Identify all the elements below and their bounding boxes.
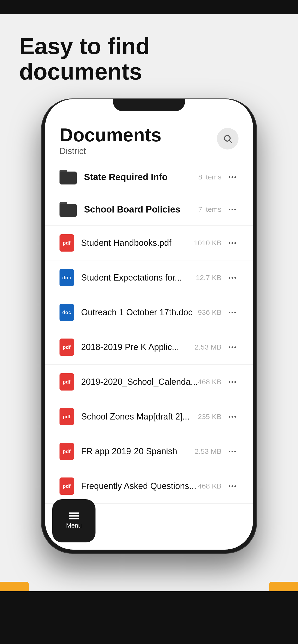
pdf-icon: pdf bbox=[60, 234, 74, 252]
item-meta: 8 items bbox=[198, 173, 221, 181]
dot bbox=[234, 486, 236, 487]
dot bbox=[229, 451, 230, 452]
item-meta: 12.7 KB bbox=[196, 274, 221, 282]
more-button[interactable] bbox=[226, 414, 238, 420]
dot bbox=[229, 346, 230, 348]
item-meta: 235 KB bbox=[198, 412, 221, 421]
dot bbox=[232, 312, 233, 314]
list-item[interactable]: pdf 2018-2019 Pre K Applic... 2.53 MB bbox=[45, 330, 253, 365]
dot bbox=[232, 277, 233, 279]
item-name: Student Expectations for... bbox=[81, 273, 196, 283]
list-item[interactable]: pdf Student Handbooks.pdf 1010 KB bbox=[45, 226, 253, 260]
menu-label: Menu bbox=[66, 522, 82, 529]
document-header: Documents District bbox=[45, 114, 253, 161]
item-name: Student Handbooks.pdf bbox=[81, 238, 194, 248]
more-button[interactable] bbox=[226, 240, 238, 246]
item-name: Outreach 1 October 17th.doc bbox=[81, 308, 198, 318]
dot bbox=[232, 176, 233, 178]
dot bbox=[234, 242, 236, 244]
pdf-icon: pdf bbox=[60, 338, 74, 356]
dot bbox=[234, 381, 236, 383]
doc-title: Documents bbox=[60, 126, 162, 144]
item-name: School Board Policies bbox=[84, 204, 198, 215]
dot bbox=[234, 209, 236, 210]
dot bbox=[234, 277, 236, 279]
dot bbox=[229, 176, 230, 178]
more-button[interactable] bbox=[226, 309, 238, 316]
item-meta: 936 KB bbox=[198, 308, 221, 316]
top-bar bbox=[0, 0, 298, 14]
dot bbox=[232, 381, 233, 383]
more-button[interactable] bbox=[226, 379, 238, 385]
dot bbox=[234, 451, 236, 452]
list-item[interactable]: pdf Frequently Asked Questions... 468 KB bbox=[45, 469, 253, 504]
dot bbox=[229, 242, 230, 244]
dot bbox=[229, 209, 230, 210]
phone-notch bbox=[113, 99, 185, 111]
item-name: School Zones Map[draft 2]... bbox=[81, 412, 198, 422]
dot bbox=[232, 242, 233, 244]
list-item[interactable]: pdf 2019-2020_School_Calenda... 468 KB bbox=[45, 365, 253, 400]
dot bbox=[234, 416, 236, 418]
pdf-icon: pdf bbox=[60, 443, 74, 460]
phone-frame: Documents District bbox=[41, 98, 257, 554]
pdf-icon: pdf bbox=[60, 478, 74, 495]
page-background: Easy to find documents Documents Distric… bbox=[0, 14, 298, 644]
title-group: Documents District bbox=[60, 126, 162, 156]
dot bbox=[232, 416, 233, 418]
list-item[interactable]: pdf FR app 2019-20 Spanish 2.53 MB bbox=[45, 434, 253, 469]
item-meta: 2.53 MB bbox=[195, 343, 221, 351]
doc-icon: doc bbox=[60, 304, 74, 321]
more-button[interactable] bbox=[226, 448, 238, 455]
pdf-icon: pdf bbox=[60, 408, 74, 425]
item-meta: 2.53 MB bbox=[195, 447, 221, 456]
list-item[interactable]: School Board Policies 7 items bbox=[45, 193, 253, 226]
dot bbox=[232, 209, 233, 210]
dot bbox=[232, 346, 233, 348]
list-item[interactable]: doc Outreach 1 October 17th.doc 936 KB bbox=[45, 295, 253, 330]
more-button[interactable] bbox=[226, 344, 238, 350]
folder-icon bbox=[60, 202, 77, 217]
screen-content: Documents District bbox=[45, 114, 253, 550]
dot bbox=[232, 486, 233, 487]
menu-icon bbox=[69, 512, 79, 520]
doc-subtitle: District bbox=[60, 146, 162, 156]
dot bbox=[229, 416, 230, 418]
bottom-dark-bar bbox=[0, 591, 298, 644]
menu-button[interactable]: Menu bbox=[52, 499, 95, 542]
list-item[interactable]: doc Student Expectations for... 12.7 KB bbox=[45, 260, 253, 295]
more-button[interactable] bbox=[226, 274, 238, 281]
doc-icon: doc bbox=[60, 269, 74, 286]
dot bbox=[232, 451, 233, 452]
dot bbox=[229, 381, 230, 383]
more-button[interactable] bbox=[226, 206, 238, 213]
search-icon bbox=[223, 134, 232, 144]
dot bbox=[234, 176, 236, 178]
more-button[interactable] bbox=[226, 174, 238, 180]
item-name: Frequently Asked Questions... bbox=[81, 481, 198, 491]
item-meta: 1010 KB bbox=[194, 239, 221, 247]
item-name: FR app 2019-20 Spanish bbox=[81, 446, 195, 456]
item-meta: 468 KB bbox=[198, 482, 221, 490]
dot bbox=[229, 486, 230, 487]
dot bbox=[229, 312, 230, 314]
phone-mockup: Documents District bbox=[41, 98, 257, 644]
page-headline: Easy to find documents bbox=[0, 34, 298, 84]
item-meta: 468 KB bbox=[198, 378, 221, 386]
svg-line-1 bbox=[230, 141, 232, 143]
dot bbox=[229, 277, 230, 279]
item-name: 2018-2019 Pre K Applic... bbox=[81, 342, 195, 352]
more-button[interactable] bbox=[226, 483, 238, 490]
item-meta: 7 items bbox=[198, 205, 221, 214]
dot bbox=[234, 346, 236, 348]
folder-icon bbox=[60, 170, 77, 184]
phone-screen: Documents District bbox=[45, 99, 253, 550]
item-name: State Required Info bbox=[84, 172, 198, 182]
search-button[interactable] bbox=[217, 128, 238, 150]
list-item[interactable]: pdf School Zones Map[draft 2]... 235 KB bbox=[45, 400, 253, 434]
dot bbox=[234, 312, 236, 314]
pdf-icon: pdf bbox=[60, 373, 74, 390]
list-item[interactable]: State Required Info 8 items bbox=[45, 161, 253, 193]
item-name: 2019-2020_School_Calenda... bbox=[81, 377, 198, 387]
